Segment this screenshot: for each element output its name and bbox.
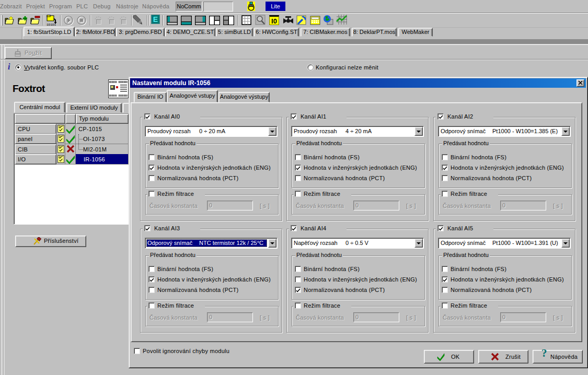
svg-text:10101: 10101	[47, 23, 56, 26]
